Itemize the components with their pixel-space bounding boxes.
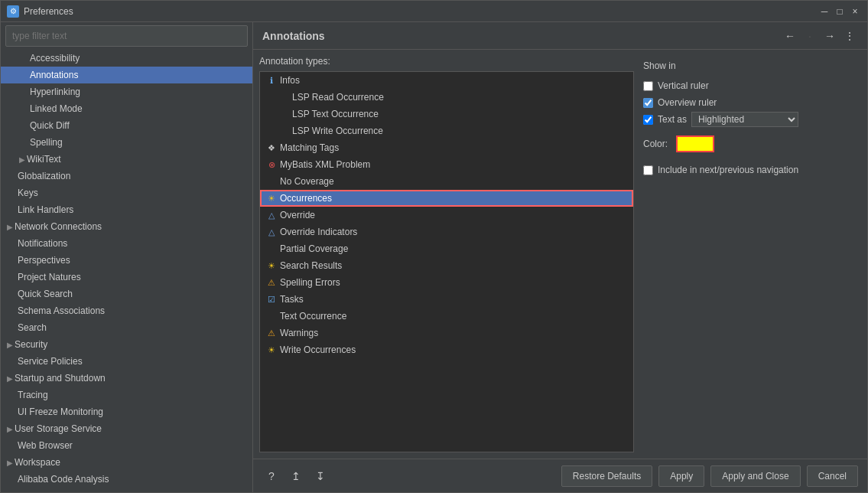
bottom-left: ? ↥ ↧ <box>262 467 555 485</box>
text-as-checkbox[interactable] <box>643 115 653 125</box>
ann-item-lsp-write[interactable]: LSP Write Occurrence <box>260 122 633 139</box>
nav-menu-button[interactable]: ⋮ <box>841 28 858 44</box>
ann-icon-occurrences: ☀ <box>266 193 277 204</box>
sidebar-item-alibaba[interactable]: Alibaba Code Analysis <box>1 471 252 488</box>
sidebar-item-quick-diff[interactable]: Quick Diff <box>1 117 252 134</box>
sidebar-label-perspectives: Perspectives <box>18 255 252 266</box>
sidebar-item-project-natures[interactable]: Project Natures <box>1 269 252 286</box>
sidebar-item-security[interactable]: ▶ Security <box>1 336 252 353</box>
sidebar-item-wikitext[interactable]: ▶ WikiText <box>1 151 252 168</box>
ann-item-override-indicators[interactable]: △Override Indicators <box>260 224 633 240</box>
nav-separator: · <box>801 28 818 44</box>
nav-back-button[interactable]: ← <box>782 28 798 44</box>
annotation-list: ℹInfosLSP Read OccurrenceLSP Text Occurr… <box>259 71 634 452</box>
overview-ruler-label[interactable]: Overview ruler <box>658 97 717 108</box>
sidebar-label-ui-freeze: UI Freeze Monitoring <box>18 406 252 417</box>
vertical-ruler-checkbox[interactable] <box>643 81 653 91</box>
preferences-window: ⚙ Preferences ─ □ × AccessibilityAnnotat… <box>0 0 868 493</box>
sidebar: AccessibilityAnnotationsHyperlinkingLink… <box>1 22 253 492</box>
ann-icon-infos: ℹ <box>266 75 277 86</box>
ann-item-occurrences[interactable]: ☀Occurrences <box>260 190 633 207</box>
color-label: Color: <box>643 139 670 149</box>
sidebar-item-hyperlinking[interactable]: Hyperlinking <box>1 83 252 100</box>
ann-item-mybatis[interactable]: ⊗MyBatis XML Problem <box>260 156 633 173</box>
ann-item-write-occurrences[interactable]: ☀Write Occurrences <box>260 341 633 358</box>
sidebar-item-web-browser[interactable]: Web Browser <box>1 437 252 454</box>
sidebar-item-service-policies[interactable]: Service Policies <box>1 353 252 370</box>
ann-item-override[interactable]: △Override <box>260 207 633 224</box>
maximize-button[interactable]: □ <box>834 5 846 18</box>
ann-label-no-coverage: No Coverage <box>280 176 334 187</box>
apply-button[interactable]: Apply <box>658 465 704 487</box>
ann-icon-tasks: ☑ <box>266 294 277 305</box>
apply-close-button[interactable]: Apply and Close <box>710 465 800 487</box>
ann-item-matching-tags[interactable]: ❖Matching Tags <box>260 139 633 156</box>
ann-label-search-results: Search Results <box>280 260 342 271</box>
ann-item-text-occurrence[interactable]: Text Occurrence <box>260 308 633 325</box>
sidebar-label-workspace: Workspace <box>15 457 252 468</box>
include-nav-checkbox[interactable] <box>643 165 653 175</box>
ann-item-warnings[interactable]: ⚠Warnings <box>260 325 633 341</box>
sidebar-label-tracing: Tracing <box>18 390 252 400</box>
include-nav-row: Include in next/previous navigation <box>643 162 857 178</box>
sidebar-item-globalization[interactable]: Globalization <box>1 168 252 184</box>
sidebar-item-tracing[interactable]: Tracing <box>1 387 252 403</box>
ann-item-no-coverage[interactable]: No Coverage <box>260 173 633 190</box>
title-bar: ⚙ Preferences ─ □ × <box>1 1 867 22</box>
restore-defaults-button[interactable]: Restore Defaults <box>561 465 652 487</box>
expand-arrow-startup-shutdown: ▶ <box>7 374 13 383</box>
sidebar-label-spelling: Spelling <box>30 137 252 148</box>
sidebar-label-service-policies: Service Policies <box>18 356 252 367</box>
tree-list: AccessibilityAnnotationsHyperlinkingLink… <box>1 50 252 492</box>
sidebar-item-network-connections[interactable]: ▶ Network Connections <box>1 218 252 235</box>
text-as-select[interactable]: HighlightedBoxUnderlineNone <box>691 112 798 127</box>
sidebar-label-linked-mode: Linked Mode <box>30 103 252 114</box>
sidebar-item-startup-shutdown[interactable]: ▶ Startup and Shutdown <box>1 370 252 387</box>
import-button[interactable]: ↥ <box>287 467 305 485</box>
ann-icon-mybatis: ⊗ <box>266 159 277 170</box>
annotation-types-section: Annotation types: ℹInfosLSP Read Occurre… <box>259 56 634 452</box>
color-swatch[interactable] <box>676 135 714 152</box>
text-as-label[interactable]: Text as <box>658 114 687 125</box>
window-icon: ⚙ <box>7 5 19 18</box>
ann-item-spelling-errors[interactable]: ⚠Spelling Errors <box>260 274 633 291</box>
ann-item-lsp-text[interactable]: LSP Text Occurrence <box>260 106 633 122</box>
ann-item-lsp-read[interactable]: LSP Read Occurrence <box>260 89 633 106</box>
overview-ruler-checkbox[interactable] <box>643 98 653 108</box>
sidebar-item-search[interactable]: Search <box>1 319 252 336</box>
ann-item-tasks[interactable]: ☑Tasks <box>260 291 633 308</box>
sidebar-item-annotations[interactable]: Annotations <box>1 67 252 83</box>
ann-item-partial-coverage[interactable]: Partial Coverage <box>260 240 633 257</box>
sidebar-item-quick-search[interactable]: Quick Search <box>1 286 252 302</box>
sidebar-label-quick-search: Quick Search <box>18 289 252 299</box>
ann-label-spelling-errors: Spelling Errors <box>280 277 340 288</box>
sidebar-item-keys[interactable]: Keys <box>1 184 252 201</box>
sidebar-item-spelling[interactable]: Spelling <box>1 134 252 151</box>
sidebar-item-user-storage[interactable]: ▶ User Storage Service <box>1 420 252 437</box>
close-button[interactable]: × <box>849 5 861 18</box>
sidebar-item-notifications[interactable]: Notifications <box>1 235 252 252</box>
sidebar-item-link-handlers[interactable]: Link Handlers <box>1 201 252 218</box>
sidebar-item-perspectives[interactable]: Perspectives <box>1 252 252 269</box>
ann-item-infos[interactable]: ℹInfos <box>260 72 633 89</box>
ann-label-occurrences: Occurrences <box>280 193 332 204</box>
include-nav-label[interactable]: Include in next/previous navigation <box>658 165 798 175</box>
help-button[interactable]: ? <box>262 467 281 485</box>
sidebar-item-accessibility[interactable]: Accessibility <box>1 50 252 67</box>
ann-icon-override-indicators: △ <box>266 227 277 237</box>
ann-label-matching-tags: Matching Tags <box>280 142 339 153</box>
export-button[interactable]: ↧ <box>311 467 330 485</box>
sidebar-label-hyperlinking: Hyperlinking <box>30 87 252 97</box>
ann-item-search-results[interactable]: ☀Search Results <box>260 257 633 274</box>
ann-label-override: Override <box>280 210 315 220</box>
vertical-ruler-label[interactable]: Vertical ruler <box>658 80 709 91</box>
sidebar-item-ui-freeze[interactable]: UI Freeze Monitoring <box>1 403 252 420</box>
sidebar-item-workspace[interactable]: ▶ Workspace <box>1 454 252 471</box>
cancel-button[interactable]: Cancel <box>807 465 858 487</box>
sidebar-item-linked-mode[interactable]: Linked Mode <box>1 100 252 117</box>
minimize-button[interactable]: ─ <box>818 5 831 18</box>
ann-icon-warnings: ⚠ <box>266 328 277 338</box>
sidebar-item-schema-associations[interactable]: Schema Associations <box>1 302 252 319</box>
filter-input[interactable] <box>5 25 248 47</box>
nav-forward-button[interactable]: → <box>821 28 838 44</box>
